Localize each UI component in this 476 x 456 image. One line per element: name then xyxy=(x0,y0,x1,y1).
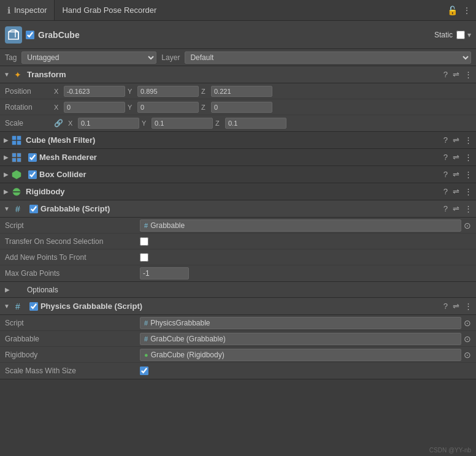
grabbable-checkbox[interactable] xyxy=(29,205,38,213)
tag-select[interactable]: Untagged xyxy=(21,51,156,64)
hand-grab-tab[interactable]: Hand Grab Pose Recorder xyxy=(55,6,447,15)
box-collider-header[interactable]: ▶ Box Collider ? ⇌ ⋮ xyxy=(0,166,476,183)
pg-grabbable-target-btn[interactable]: ⊙ xyxy=(464,334,471,344)
position-row: Position X Y Z xyxy=(0,83,476,99)
pg-grabbable-value: GrabCube (Grabbable) xyxy=(150,335,226,343)
lock-icon[interactable]: 🔓 xyxy=(447,6,458,15)
mesh-renderer-icon xyxy=(11,152,22,163)
pos-y-input[interactable] xyxy=(137,86,199,97)
physics-grabbable-icon: # xyxy=(12,301,23,312)
rot-z-input[interactable] xyxy=(211,102,272,113)
add-points-label: Add New Points To Front xyxy=(5,253,140,262)
pg-grabbable-row: Grabbable # GrabCube (Grabbable) ⊙ xyxy=(0,331,476,347)
transform-settings-icon[interactable]: ⇌ xyxy=(453,70,459,79)
layer-select[interactable]: Default xyxy=(185,51,471,64)
pg-scale-mass-row: Scale Mass With Size xyxy=(0,363,476,379)
object-active-checkbox[interactable] xyxy=(26,31,34,39)
svg-marker-15 xyxy=(12,170,21,179)
max-grab-input[interactable] xyxy=(140,267,189,279)
rot-y-label: Y xyxy=(128,104,135,111)
pos-z-label: Z xyxy=(201,88,209,95)
physics-grabbable-title: Physics Grabbable (Script) xyxy=(40,302,443,311)
inspector-tab[interactable]: ℹ Inspector xyxy=(0,0,55,20)
physics-grabbable-more-icon[interactable]: ⋮ xyxy=(464,302,472,311)
optionals-row[interactable]: ▶ Optionals xyxy=(0,282,476,298)
inspector-icon: ℹ xyxy=(7,6,10,15)
mesh-filter-header[interactable]: ▶ Cube (Mesh Filter) ? ⇌ ⋮ xyxy=(0,132,476,149)
box-collider-icon xyxy=(11,169,22,180)
scale-z-input[interactable] xyxy=(225,118,286,129)
box-collider-help-icon[interactable]: ? xyxy=(443,170,448,179)
pos-y-label: Y xyxy=(128,88,135,95)
grabbable-header[interactable]: ▼ # Grabbable (Script) ? ⇌ ⋮ xyxy=(0,200,476,218)
transform-help-icon[interactable]: ? xyxy=(443,70,448,79)
scale-x-input[interactable] xyxy=(78,118,139,129)
box-collider-more-icon[interactable]: ⋮ xyxy=(464,170,472,179)
pg-grabbable-field: # GrabCube (Grabbable) xyxy=(140,333,461,345)
more-options-icon[interactable]: ⋮ xyxy=(463,6,471,15)
physics-grabbable-help-icon[interactable]: ? xyxy=(443,302,448,311)
max-grab-label: Max Grab Points xyxy=(5,269,140,278)
grabbable-script-field: # Grabbable xyxy=(140,219,461,232)
transform-section-header[interactable]: ▼ ✦ Transform ? ⇌ ⋮ xyxy=(0,66,476,83)
pg-scale-mass-checkbox[interactable] xyxy=(140,367,148,375)
pos-z-input[interactable] xyxy=(211,86,272,97)
transfer-row: Transfer On Second Selection xyxy=(0,234,476,249)
pos-x-input[interactable] xyxy=(64,86,125,97)
mesh-renderer-help-icon[interactable]: ? xyxy=(443,153,448,162)
rigidbody-help-icon[interactable]: ? xyxy=(443,187,448,196)
rot-y-input[interactable] xyxy=(137,102,199,113)
rigidbody-more-icon[interactable]: ⋮ xyxy=(464,187,472,196)
grabbable-target-btn[interactable]: ⊙ xyxy=(464,221,471,230)
pg-script-value: PhysicsGrabbable xyxy=(150,319,210,327)
mesh-renderer-checkbox[interactable] xyxy=(28,153,37,162)
transfer-checkbox[interactable] xyxy=(140,237,148,246)
scale-z-label: Z xyxy=(215,120,223,127)
static-dropdown-arrow[interactable]: ▾ xyxy=(467,31,471,39)
optionals-arrow: ▶ xyxy=(5,286,10,293)
physics-grabbable-settings-icon[interactable]: ⇌ xyxy=(453,302,459,311)
mesh-filter-more-icon[interactable]: ⋮ xyxy=(464,135,472,145)
pg-rigidbody-row: Rigidbody ● GrabCube (Rigidbody) ⊙ xyxy=(0,347,476,363)
transfer-label: Transfer On Second Selection xyxy=(5,237,140,246)
physics-grabbable-checkbox[interactable] xyxy=(29,302,38,311)
grabbable-help-icon[interactable]: ? xyxy=(443,204,448,213)
static-checkbox[interactable] xyxy=(456,31,465,39)
scale-y-input[interactable] xyxy=(152,118,213,129)
mesh-renderer-title: Mesh Renderer xyxy=(39,153,443,162)
pg-script-label: Script xyxy=(5,319,140,327)
rigidbody-settings-icon[interactable]: ⇌ xyxy=(453,187,459,196)
rot-x-label: X xyxy=(54,104,61,111)
pg-script-icon: # xyxy=(144,319,148,327)
grabbable-script-label: Script xyxy=(5,221,140,230)
mesh-renderer-settings-icon[interactable]: ⇌ xyxy=(453,153,459,162)
mesh-filter-title: Cube (Mesh Filter) xyxy=(26,135,443,145)
transform-icon: ✦ xyxy=(12,69,23,80)
box-collider-checkbox[interactable] xyxy=(28,170,37,179)
grabbable-title: Grabbable (Script) xyxy=(40,204,443,213)
add-points-checkbox[interactable] xyxy=(140,253,148,262)
svg-rect-7 xyxy=(12,136,16,140)
mesh-renderer-header[interactable]: ▶ Mesh Renderer ? ⇌ ⋮ xyxy=(0,149,476,166)
pg-rigidbody-target-btn[interactable]: ⊙ xyxy=(464,350,471,360)
transform-body: Position X Y Z Rotation X Y Z Scale 🔗 X … xyxy=(0,83,476,132)
svg-rect-14 xyxy=(17,158,21,162)
tag-layer-row: Tag Untagged Layer Default xyxy=(0,49,476,66)
mesh-renderer-more-icon[interactable]: ⋮ xyxy=(464,153,472,162)
pg-grabbable-icon: # xyxy=(144,335,148,343)
mesh-filter-help-icon[interactable]: ? xyxy=(443,135,448,145)
grabbable-settings-icon[interactable]: ⇌ xyxy=(453,204,459,213)
mesh-filter-settings-icon[interactable]: ⇌ xyxy=(453,135,459,145)
scale-x-label: X xyxy=(68,120,75,127)
rigidbody-header[interactable]: ▶ Rigidbody ? ⇌ ⋮ xyxy=(0,183,476,200)
physics-grabbable-header[interactable]: ▼ # Physics Grabbable (Script) ? ⇌ ⋮ xyxy=(0,298,476,315)
box-collider-settings-icon[interactable]: ⇌ xyxy=(453,170,459,179)
scale-lock-icon[interactable]: 🔗 xyxy=(54,119,63,127)
mesh-filter-icon xyxy=(11,135,22,146)
static-label: Static xyxy=(434,31,453,39)
grabbable-more-icon[interactable]: ⋮ xyxy=(464,204,472,213)
transform-more-icon[interactable]: ⋮ xyxy=(464,70,472,79)
rot-x-input[interactable] xyxy=(64,102,125,113)
pg-target-btn[interactable]: ⊙ xyxy=(464,318,471,328)
layer-label: Layer xyxy=(161,53,180,62)
